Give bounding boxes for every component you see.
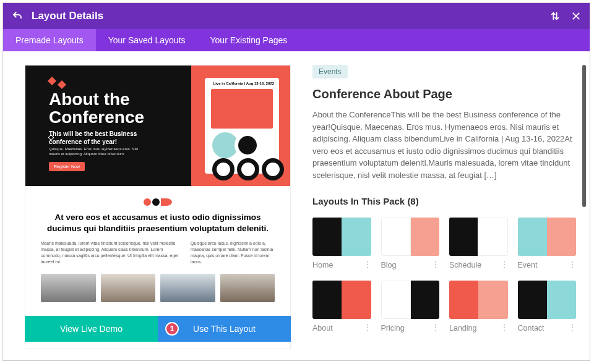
sort-icon[interactable] [550, 11, 560, 21]
modal-title: Layout Details [32, 10, 550, 22]
tab-existing-pages[interactable]: Your Existing Pages [198, 29, 300, 51]
pack-item-about[interactable]: About⋮ [312, 281, 371, 332]
preview-register-button: Register Now [49, 162, 85, 171]
more-icon[interactable]: ⋮ [568, 326, 576, 330]
preview-heading: About the Conference [49, 90, 144, 127]
tab-premade-layouts[interactable]: Premade Layouts [3, 29, 96, 51]
callout-marker: 1 [165, 322, 179, 336]
more-icon[interactable]: ⋮ [363, 263, 371, 267]
more-icon[interactable]: ⋮ [500, 263, 508, 267]
view-live-demo-button[interactable]: View Live Demo [25, 316, 158, 342]
more-icon[interactable]: ⋮ [568, 263, 576, 267]
pack-item-contact[interactable]: Contact⋮ [518, 281, 577, 332]
pack-item-home[interactable]: Home⋮ [312, 218, 371, 269]
pack-item-schedule[interactable]: Schedule⋮ [449, 218, 508, 269]
pack-item-landing[interactable]: Landing⋮ [449, 281, 508, 332]
scrollbar[interactable] [582, 65, 586, 207]
layout-title: Conference About Page [312, 87, 576, 101]
more-icon[interactable]: ⋮ [431, 326, 439, 330]
use-this-layout-button[interactable]: 1 Use This Layout [158, 316, 291, 342]
layout-preview: About the Conference This will be the be… [25, 65, 291, 349]
pack-item-blog[interactable]: Blog⋮ [381, 218, 440, 269]
category-tag[interactable]: Events [312, 65, 348, 78]
pack-item-event[interactable]: Event⋮ [518, 218, 577, 269]
tab-saved-layouts[interactable]: Your Saved Layouts [96, 29, 198, 51]
layout-description: About the ConferenceThis will be the bes… [312, 109, 576, 181]
tabs: Premade Layouts Your Saved Layouts Your … [3, 29, 590, 51]
pack-item-pricing[interactable]: Pricing⋮ [381, 281, 440, 332]
more-icon[interactable]: ⋮ [363, 326, 371, 330]
more-icon[interactable]: ⋮ [500, 326, 508, 330]
pack-heading: Layouts In This Pack (8) [312, 196, 576, 206]
modal-header: Layout Details [3, 3, 590, 29]
close-icon[interactable] [571, 11, 581, 21]
back-icon[interactable] [12, 11, 23, 22]
more-icon[interactable]: ⋮ [431, 263, 439, 267]
pack-grid: Home⋮ Blog⋮ Schedule⋮ Event⋮ About⋮ [312, 218, 576, 332]
